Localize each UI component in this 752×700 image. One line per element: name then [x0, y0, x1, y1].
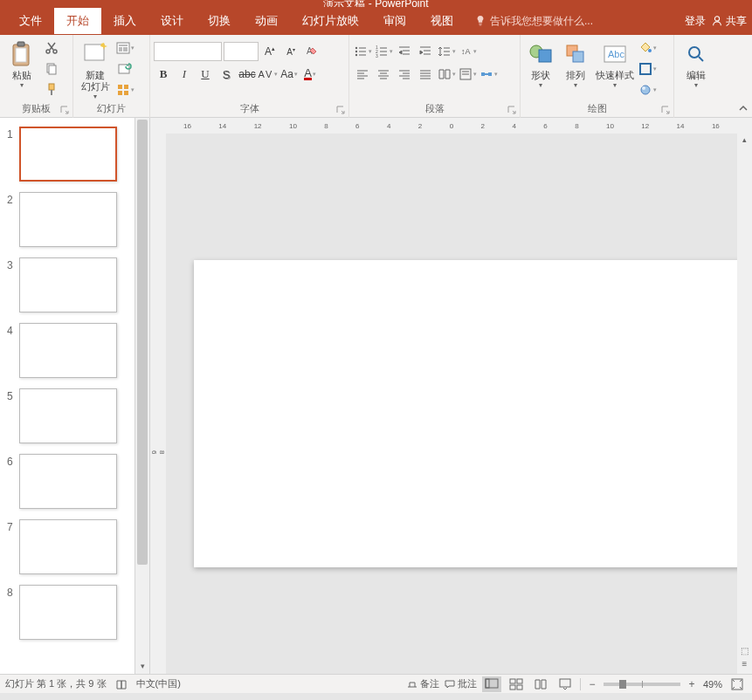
slide-counter[interactable]: 幻灯片 第 1 张，共 9 张: [5, 677, 107, 690]
font-launcher[interactable]: [336, 105, 347, 115]
clear-formatting-button[interactable]: A: [302, 42, 321, 61]
zoom-level[interactable]: 49%: [703, 679, 722, 690]
tab-insert[interactable]: 插入: [101, 8, 148, 34]
scroll-up-icon[interactable]: ▴: [737, 134, 752, 146]
text-direction-button[interactable]: ↕A▾: [458, 42, 477, 61]
copy-button[interactable]: [42, 59, 61, 79]
indent-icon: [418, 45, 432, 58]
arrange-button[interactable]: 排列▾: [559, 38, 592, 89]
font-name-input[interactable]: [154, 42, 222, 61]
sorter-view-button[interactable]: [507, 676, 526, 692]
align-right-button[interactable]: [395, 65, 414, 84]
new-slide-button[interactable]: 新建 幻灯片 ▾: [77, 38, 114, 100]
zoom-out-button[interactable]: −: [586, 678, 598, 690]
tab-review[interactable]: 审阅: [371, 8, 418, 34]
justify-button[interactable]: [416, 65, 435, 84]
align-text-button[interactable]: ▾: [458, 65, 477, 84]
fit-window-button[interactable]: [728, 676, 747, 692]
slide-thumbnail-6[interactable]: 6: [0, 452, 135, 518]
language-indicator[interactable]: 中文(中国): [136, 677, 181, 690]
decrease-indent-button[interactable]: [395, 42, 414, 61]
outdent-icon: [397, 45, 411, 58]
collapse-ribbon-button[interactable]: [738, 103, 750, 115]
zoom-slider-thumb[interactable]: [619, 680, 626, 689]
slide-thumbnail-8[interactable]: 8: [0, 583, 135, 649]
svg-rect-14: [123, 47, 128, 51]
svg-rect-44: [510, 679, 515, 683]
shapes-button[interactable]: 形状▾: [524, 38, 557, 89]
align-left-button[interactable]: [353, 65, 372, 84]
align-center-button[interactable]: [374, 65, 393, 84]
font-color-button[interactable]: A▾: [300, 65, 320, 84]
vertical-scrollbar[interactable]: ▴ ⬚ ≡: [737, 118, 752, 674]
columns-button[interactable]: ▾: [437, 65, 456, 84]
shape-fill-button[interactable]: ▾: [638, 38, 657, 58]
current-slide[interactable]: [194, 260, 737, 567]
paragraph-launcher[interactable]: [507, 105, 518, 115]
quick-styles-button[interactable]: Abc 快速样式▾: [594, 38, 636, 89]
italic-button[interactable]: I: [175, 65, 194, 84]
tab-home[interactable]: 开始: [54, 8, 101, 34]
prev-slide-button[interactable]: ⬚: [741, 646, 749, 655]
slide-thumbnail-2[interactable]: 2: [0, 190, 135, 256]
paste-button[interactable]: 粘贴 ▾: [3, 38, 40, 89]
scrollbar-thumb[interactable]: [137, 120, 148, 565]
tab-view[interactable]: 视图: [418, 8, 466, 34]
increase-font-button[interactable]: A▴: [260, 42, 279, 61]
tab-file[interactable]: 文件: [7, 8, 54, 34]
fit-icon: [731, 678, 743, 690]
comments-button[interactable]: 批注: [445, 677, 477, 690]
slide-thumbnail-panel[interactable]: 12345678: [0, 118, 135, 674]
share-button[interactable]: 共享: [711, 14, 747, 29]
slide-thumbnail-1[interactable]: 1: [0, 125, 135, 190]
drawing-launcher[interactable]: [661, 105, 672, 115]
ruler-tick: 12: [641, 122, 649, 130]
scroll-down-icon[interactable]: ▾: [135, 660, 149, 672]
zoom-in-button[interactable]: +: [686, 678, 698, 690]
spell-check-button[interactable]: [115, 678, 128, 690]
login-button[interactable]: 登录: [685, 14, 706, 29]
notes-button[interactable]: 备注: [407, 677, 439, 690]
tab-animations[interactable]: 动画: [243, 8, 290, 34]
line-spacing-button[interactable]: ▾: [437, 42, 456, 61]
shadow-button[interactable]: S: [217, 65, 236, 84]
font-size-input[interactable]: [224, 42, 259, 61]
change-case-button[interactable]: Aa▾: [279, 65, 299, 84]
numbering-button[interactable]: 123▾: [374, 42, 393, 61]
normal-view-button[interactable]: [482, 676, 501, 692]
tab-slideshow[interactable]: 幻灯片放映: [290, 8, 371, 34]
tell-me-search[interactable]: 告诉我您想要做什么...: [474, 14, 593, 29]
char-spacing-button[interactable]: AV▾: [259, 65, 278, 84]
bullets-button[interactable]: ▾: [353, 42, 372, 61]
slide-canvas-area[interactable]: [166, 134, 737, 674]
svg-point-0: [714, 17, 719, 21]
decrease-font-button[interactable]: A▾: [281, 42, 300, 61]
layout-button[interactable]: ▾: [115, 38, 135, 58]
format-painter-button[interactable]: [42, 80, 61, 100]
cut-button[interactable]: [42, 38, 61, 58]
strikethrough-button[interactable]: abc: [238, 65, 257, 84]
underline-button[interactable]: U: [196, 65, 215, 84]
tab-transitions[interactable]: 切换: [196, 8, 243, 34]
clipboard-launcher[interactable]: [60, 105, 71, 115]
slide-number: 4: [7, 323, 19, 378]
slide-thumbnail-7[interactable]: 7: [0, 518, 135, 583]
tab-design[interactable]: 设计: [148, 8, 196, 34]
find-button[interactable]: 编辑▾: [678, 38, 714, 89]
group-font-label: 字体: [154, 100, 345, 118]
section-button[interactable]: ▾: [115, 80, 135, 100]
shape-outline-button[interactable]: ▾: [638, 59, 657, 79]
slideshow-view-button[interactable]: [555, 676, 575, 692]
slide-thumbnail-5[interactable]: 5: [0, 387, 135, 452]
next-slide-button[interactable]: ≡: [742, 659, 748, 669]
shape-effects-button[interactable]: ▾: [638, 80, 657, 100]
slide-thumbnail-4[interactable]: 4: [0, 321, 135, 387]
bold-button[interactable]: B: [154, 65, 173, 84]
reading-view-button[interactable]: [531, 676, 550, 692]
smartart-button[interactable]: ▾: [479, 65, 498, 84]
reset-button[interactable]: [115, 59, 135, 79]
zoom-slider[interactable]: [604, 683, 680, 686]
slide-thumbnail-3[interactable]: 3: [0, 256, 135, 321]
increase-indent-button[interactable]: [416, 42, 435, 61]
thumbnail-scrollbar[interactable]: ▾: [135, 118, 150, 674]
